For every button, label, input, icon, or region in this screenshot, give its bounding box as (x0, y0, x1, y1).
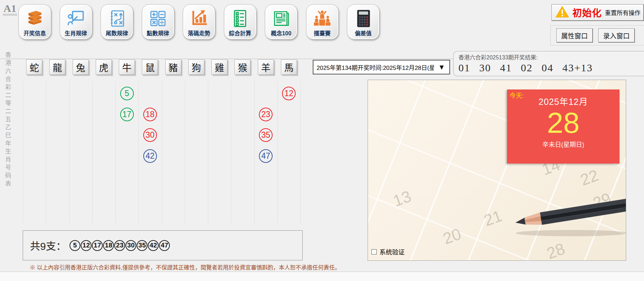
number-ball-23: 23 (259, 108, 273, 121)
init-button-sublabel: 重置所有操作 (605, 8, 641, 17)
system-verify-checkbox[interactable]: 系统验证 (371, 247, 405, 256)
footer-bar (0, 272, 644, 281)
toolbar-button-label: 擂臺賽 (314, 29, 331, 37)
today-card: 今天: 2025年12月 28 辛未日(星期日) (507, 89, 620, 164)
disclaimer-text: ※ 以上內容引用香港正版六合彩資料,僅提供參考，不保證其正確性，閱覽者若用於投資… (30, 263, 340, 271)
zodiac-button-10[interactable]: 猴 (234, 59, 251, 75)
grid-column-line (254, 81, 255, 224)
number-ball-35: 35 (259, 128, 273, 142)
pencil-image (511, 193, 626, 238)
toolbar-button-5[interactable]: 落碼走勢 (183, 4, 215, 39)
summary-ball-5: 5 (70, 240, 80, 251)
zodiac-button-1[interactable]: 蛇 (26, 59, 42, 75)
grid-column-line (69, 81, 70, 224)
last-result-panel: 香港六合彩2025133期开奖结果: 01 30 41 02 04 43+13 (453, 51, 644, 76)
podium-icon (312, 8, 332, 29)
toolbar-button-4[interactable]: 點數規律 (142, 4, 174, 39)
draw-period-dropdown[interactable]: 2025年第134期开奖时间:2025年12月28日(星期日) ▼ (313, 60, 450, 74)
calculator-icon (354, 8, 373, 29)
summary-label: 共9支： (30, 238, 66, 253)
summary-ball-42: 42 (148, 240, 159, 251)
toolbar-button-label: 尾数规律 (106, 29, 128, 37)
toolbar-separator (0, 59, 454, 59)
toolbar-button-3[interactable]: 尾数规律 (101, 4, 133, 39)
strategy-icon (107, 8, 127, 29)
zodiac-button-8[interactable]: 狗 (188, 59, 204, 75)
grid-column-line (231, 81, 231, 224)
zodiac-button-6[interactable]: 鼠 (142, 59, 158, 75)
app-window: A1 开奖信息生肖规律尾数规律點數規律落碼走勢綜合計算概念100擂臺賽偏差值 初… (0, 0, 644, 281)
today-day: 28 (547, 108, 579, 137)
calendar-faint-number: 28 (544, 239, 567, 261)
toolbar-button-1[interactable]: 开奖信息 (19, 4, 51, 39)
grid-column-line (92, 81, 93, 224)
calendar-faint-number: 21 (481, 206, 505, 230)
summary-balls: 51217182330354247 (70, 240, 170, 251)
grid-column-line (162, 81, 162, 224)
checkbox-icon[interactable] (371, 249, 377, 254)
number-ball-47: 47 (259, 149, 273, 163)
toolbar: 开奖信息生肖规律尾数规律點數規律落碼走勢綜合計算概念100擂臺賽偏差值 (19, 4, 379, 39)
chevron-down-icon[interactable]: ▼ (434, 63, 449, 71)
math-grid-icon (148, 8, 168, 29)
window-buttons-group: 属性窗口 录入窗口 (550, 25, 644, 45)
summary-ball-12: 12 (81, 240, 92, 251)
grid-column-line (115, 81, 116, 224)
toolbar-button-8[interactable]: 擂臺賽 (306, 4, 339, 39)
checklist-icon (230, 8, 250, 29)
property-window-button[interactable]: 属性窗口 (556, 28, 593, 42)
zodiac-row: 蛇龍兔虎牛鼠豬狗雞猴羊馬 (23, 59, 301, 75)
toolbar-button-9[interactable]: 偏差值 (347, 4, 379, 39)
grid-column-line (277, 81, 278, 224)
today-label: 今天: (509, 91, 524, 100)
toolbar-button-6[interactable]: 綜合計算 (224, 4, 256, 39)
calendar-faint-number: 20 (440, 224, 464, 248)
calendar-panel: 13202114222829 今天: 2025年12月 28 辛未日(星期日) … (368, 80, 626, 261)
grid-column-line (23, 81, 23, 224)
grid-column-line (185, 81, 185, 224)
zodiac-button-7[interactable]: 豬 (165, 59, 181, 75)
last-result-numbers: 01 30 41 02 04 43+13 (458, 62, 644, 74)
zodiac-button-4[interactable]: 虎 (96, 59, 112, 75)
zodiac-button-5[interactable]: 牛 (119, 59, 135, 75)
init-button[interactable]: 初始化 重置所有操作 (551, 4, 644, 21)
last-result-title: 香港六合彩2025133期开奖结果: (458, 53, 644, 61)
toolbar-button-label: 點數規律 (147, 29, 169, 37)
number-ball-5: 5 (120, 87, 134, 100)
toolbar-button-2[interactable]: 生肖规律 (60, 4, 92, 39)
calendar-faint-number: 22 (578, 166, 601, 189)
grid-column-line (46, 81, 46, 224)
zodiac-number-grid: 51718304223354712 (23, 80, 301, 224)
number-ball-12: 12 (282, 87, 296, 100)
summary-box: 共9支： 51217182330354247 (23, 230, 303, 260)
summary-ball-47: 47 (159, 240, 170, 251)
entry-window-button[interactable]: 录入窗口 (598, 28, 635, 42)
summary-ball-18: 18 (103, 240, 114, 251)
today-ganzhi: 辛未日(星期日) (542, 139, 584, 149)
grid-column-line (301, 81, 301, 224)
toolbar-button-label: 概念100 (271, 29, 291, 37)
toolbar-button-label: 生肖规律 (65, 29, 87, 37)
zodiac-button-3[interactable]: 兔 (73, 59, 89, 75)
left-vertical-title: 香港六合彩二零二五乙巳年生肖号码表 (3, 52, 12, 188)
toolbar-button-label: 开奖信息 (23, 29, 46, 37)
number-ball-17: 17 (120, 108, 134, 121)
calendar-faint-number: 13 (390, 187, 414, 210)
number-ball-30: 30 (143, 128, 157, 142)
presentation-icon (66, 8, 86, 29)
warning-icon (555, 6, 569, 20)
summary-ball-30: 30 (125, 240, 136, 251)
toolbar-button-label: 落碼走勢 (188, 29, 210, 37)
toolbar-button-label: 綜合計算 (229, 29, 251, 37)
zodiac-button-9[interactable]: 雞 (211, 59, 227, 75)
summary-ball-23: 23 (114, 240, 125, 251)
toolbar-button-label: 偏差值 (355, 29, 371, 37)
number-ball-42: 42 (143, 149, 157, 163)
app-logo: A1 (3, 3, 17, 15)
newspaper-icon (272, 8, 291, 29)
system-verify-label: 系统验证 (379, 247, 405, 256)
zodiac-button-2[interactable]: 龍 (49, 59, 65, 75)
zodiac-button-11[interactable]: 羊 (258, 59, 274, 75)
toolbar-button-7[interactable]: 概念100 (265, 4, 297, 39)
zodiac-button-12[interactable]: 馬 (281, 59, 297, 75)
